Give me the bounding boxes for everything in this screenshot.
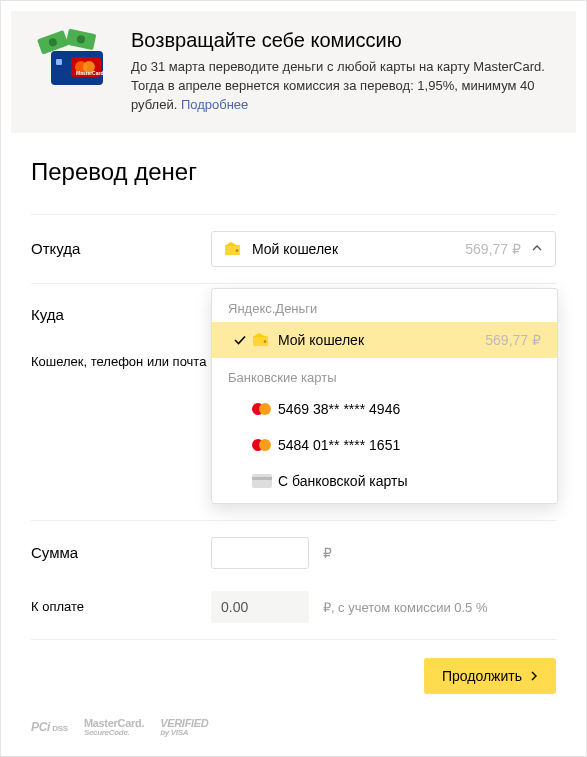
mastercard-icon — [252, 439, 278, 451]
dropdown-item-other-card[interactable]: С банковской карты — [212, 463, 557, 503]
check-icon — [228, 333, 252, 347]
total-label: К оплате — [31, 599, 211, 614]
from-select[interactable]: Мой кошелек 569,77 ₽ — [211, 231, 556, 267]
from-selected-name: Мой кошелек — [252, 241, 465, 257]
security-badges: PCi DSS MasterCard. SecureCode. VERIFIED… — [31, 712, 556, 737]
fee-text: ₽, с учетом комиссии 0.5 % — [323, 600, 488, 615]
promo-illustration: MasterCard — [31, 29, 113, 89]
to-sublabel: Кошелек, телефон или почта — [31, 353, 211, 371]
dropdown-item-wallet[interactable]: Мой кошелек 569,77 ₽ — [212, 322, 557, 358]
from-dropdown-panel: Яндекс.Деньги — [211, 288, 558, 504]
dropdown-group-cards: Банковские карты — [212, 358, 557, 391]
mastercard-icon — [252, 403, 278, 415]
verified-by-visa-badge: VERIFIED by VISA — [160, 718, 208, 737]
svg-rect-5 — [56, 59, 62, 65]
chevron-up-icon — [531, 241, 543, 257]
mastercard-securecode-badge: MasterCard. SecureCode. — [84, 718, 144, 737]
svg-point-10 — [236, 249, 239, 252]
dropdown-group-yandex: Яндекс.Деньги — [212, 289, 557, 322]
from-selected-balance: 569,77 ₽ — [465, 241, 521, 257]
footer-row: Продолжить — [31, 639, 556, 712]
dropdown-item-card2[interactable]: 5484 01** **** 1651 — [212, 427, 557, 463]
promo-title: Возвращайте себе комиссию — [131, 29, 556, 52]
promo-text: До 31 марта переводите деньги с любой ка… — [131, 58, 556, 115]
to-label: Куда — [31, 300, 211, 323]
pci-dss-badge: PCi DSS — [31, 721, 68, 733]
from-row: Откуда Мой кошелек 569,77 ₽ — [31, 214, 556, 283]
from-label: Откуда — [31, 240, 211, 257]
promo-banner: MasterCard Возвращайте себе комиссию До … — [11, 11, 576, 133]
to-row: Куда Кошелек, телефон или почта Яндекс.Д… — [31, 283, 556, 480]
currency-symbol: ₽ — [323, 545, 332, 561]
svg-point-11 — [264, 340, 267, 343]
total-value: 0.00 — [211, 591, 309, 623]
total-row: К оплате 0.00 ₽, с учетом комиссии 0.5 % — [31, 585, 556, 639]
amount-input[interactable] — [211, 537, 309, 569]
dropdown-item-card1[interactable]: 5469 38** **** 4946 — [212, 391, 557, 427]
promo-more-link[interactable]: Подробнее — [181, 97, 248, 112]
page-title: Перевод денег — [31, 158, 556, 186]
continue-button[interactable]: Продолжить — [424, 658, 556, 694]
svg-text:MasterCard: MasterCard — [76, 70, 104, 76]
chevron-right-icon — [530, 668, 538, 684]
amount-row: Сумма ₽ — [31, 520, 556, 585]
card-icon — [252, 474, 278, 488]
amount-label: Сумма — [31, 544, 211, 561]
wallet-icon — [252, 332, 278, 348]
wallet-icon — [224, 241, 242, 257]
